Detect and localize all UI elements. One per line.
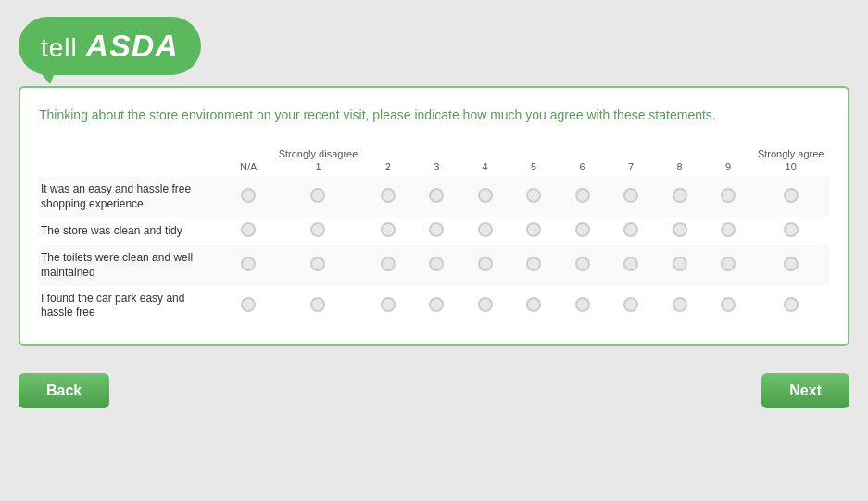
radio-r2-c5[interactable] [526, 257, 541, 271]
radio-cell-r2-c1[interactable] [272, 245, 363, 285]
radio-cell-r0-c3[interactable] [412, 177, 460, 217]
next-button[interactable]: Next [761, 373, 849, 408]
radio-cell-r0-c1[interactable] [272, 177, 363, 217]
radio-r3-c6[interactable] [575, 297, 590, 312]
radio-r3-c1[interactable] [310, 297, 325, 312]
radio-r2-c2[interactable] [381, 257, 396, 271]
radio-r3-c10[interactable] [784, 297, 799, 312]
radio-r3-c9[interactable] [721, 297, 736, 312]
radio-r2-c10[interactable] [784, 257, 799, 271]
back-button[interactable]: Back [19, 373, 109, 408]
radio-r0-c2[interactable] [381, 188, 396, 203]
radio-r3-cna[interactable] [241, 297, 256, 312]
radio-cell-r1-c2[interactable] [363, 217, 411, 245]
radio-r1-c3[interactable] [429, 222, 444, 237]
radio-cell-r3-c1[interactable] [272, 286, 363, 326]
radio-cell-r2-c4[interactable] [460, 245, 509, 285]
radio-r1-c5[interactable] [526, 222, 541, 237]
radio-cell-r1-c8[interactable] [655, 217, 703, 245]
radio-cell-r2-c5[interactable] [509, 245, 558, 285]
radio-cell-r1-c6[interactable] [558, 217, 606, 245]
radio-cell-r3-c7[interactable] [607, 286, 655, 326]
radio-r3-c5[interactable] [526, 297, 541, 312]
radio-cell-r1-c3[interactable] [412, 217, 460, 245]
radio-cell-r0-c2[interactable] [363, 177, 411, 217]
radio-cell-r2-c2[interactable] [363, 245, 411, 285]
col-header-empty [39, 144, 224, 178]
radio-cell-r1-c1[interactable] [272, 217, 363, 245]
radio-cell-r1-c5[interactable] [509, 217, 558, 245]
radio-cell-r2-c10[interactable] [752, 245, 829, 285]
radio-cell-r2-c6[interactable] [558, 245, 606, 285]
radio-r2-cna[interactable] [241, 257, 256, 271]
radio-r1-c9[interactable] [721, 222, 736, 237]
radio-r1-c7[interactable] [623, 222, 638, 237]
radio-r1-c10[interactable] [784, 222, 799, 237]
radio-r0-c7[interactable] [623, 188, 638, 203]
radio-r0-c8[interactable] [673, 188, 687, 203]
radio-r3-c4[interactable] [478, 297, 493, 312]
survey-box: Thinking about the store environment on … [19, 86, 849, 346]
radio-r3-c8[interactable] [673, 297, 687, 312]
radio-cell-r2-c3[interactable] [412, 245, 460, 285]
radio-r3-c3[interactable] [429, 297, 444, 312]
radio-cell-r3-c4[interactable] [460, 286, 509, 326]
radio-r3-c2[interactable] [381, 297, 396, 312]
radio-cell-r0-c4[interactable] [460, 177, 509, 217]
radio-cell-r3-c3[interactable] [412, 286, 460, 326]
radio-cell-r3-c6[interactable] [558, 286, 606, 326]
radio-cell-r0-c9[interactable] [704, 177, 752, 217]
radio-r0-cna[interactable] [241, 188, 256, 203]
radio-r0-c3[interactable] [429, 188, 444, 203]
radio-r2-c8[interactable] [673, 257, 687, 271]
radio-cell-r3-c8[interactable] [655, 286, 703, 326]
radio-cell-r1-c9[interactable] [704, 217, 752, 245]
row-label-2: The toilets were clean and well maintain… [39, 245, 224, 285]
row-label-1: The store was clean and tidy [39, 217, 224, 245]
radio-r1-cna[interactable] [241, 222, 256, 237]
radio-r2-c3[interactable] [429, 257, 444, 271]
radio-cell-r3-c5[interactable] [509, 286, 558, 326]
col-header-2: 2 [363, 144, 411, 178]
radio-r0-c9[interactable] [721, 188, 736, 203]
radio-cell-r2-c8[interactable] [655, 245, 703, 285]
radio-cell-r3-c9[interactable] [704, 286, 752, 326]
radio-cell-r0-c6[interactable] [558, 177, 606, 217]
radio-r1-c2[interactable] [381, 222, 396, 237]
radio-r2-c1[interactable] [310, 257, 325, 271]
radio-cell-r3-cna[interactable] [224, 286, 272, 326]
radio-cell-r1-c7[interactable] [607, 217, 655, 245]
radio-cell-r1-c10[interactable] [752, 217, 829, 245]
radio-r0-c1[interactable] [310, 188, 325, 203]
radio-cell-r1-cna[interactable] [224, 217, 272, 245]
table-row: It was an easy and hassle free shopping … [39, 177, 829, 217]
radio-r1-c8[interactable] [673, 222, 687, 237]
radio-r2-c6[interactable] [575, 257, 590, 271]
radio-cell-r2-cna[interactable] [224, 245, 272, 285]
radio-r3-c7[interactable] [623, 297, 638, 312]
radio-cell-r0-c5[interactable] [509, 177, 558, 217]
radio-cell-r0-c8[interactable] [655, 177, 703, 217]
radio-r1-c6[interactable] [575, 222, 590, 237]
col-header-5: 5 [509, 144, 558, 178]
radio-r2-c7[interactable] [623, 257, 638, 271]
radio-cell-r1-c4[interactable] [460, 217, 509, 245]
logo-bubble: tell ASDA [19, 17, 201, 75]
row-label-3: I found the car park easy and hassle fre… [39, 286, 224, 326]
radio-cell-r2-c7[interactable] [607, 245, 655, 285]
radio-r0-c6[interactable] [575, 188, 590, 203]
radio-r0-c10[interactable] [784, 188, 799, 203]
radio-r1-c4[interactable] [478, 222, 493, 237]
radio-cell-r0-c7[interactable] [607, 177, 655, 217]
radio-cell-r3-c10[interactable] [752, 286, 829, 326]
radio-cell-r0-cna[interactable] [224, 177, 272, 217]
radio-r2-c9[interactable] [721, 257, 736, 271]
radio-r1-c1[interactable] [310, 222, 325, 237]
radio-r0-c4[interactable] [478, 188, 493, 203]
radio-r0-c5[interactable] [526, 188, 541, 203]
radio-r2-c4[interactable] [478, 257, 493, 271]
radio-cell-r0-c10[interactable] [752, 177, 829, 217]
survey-question: Thinking about the store environment on … [39, 106, 829, 125]
radio-cell-r3-c2[interactable] [363, 286, 411, 326]
radio-cell-r2-c9[interactable] [704, 245, 752, 285]
